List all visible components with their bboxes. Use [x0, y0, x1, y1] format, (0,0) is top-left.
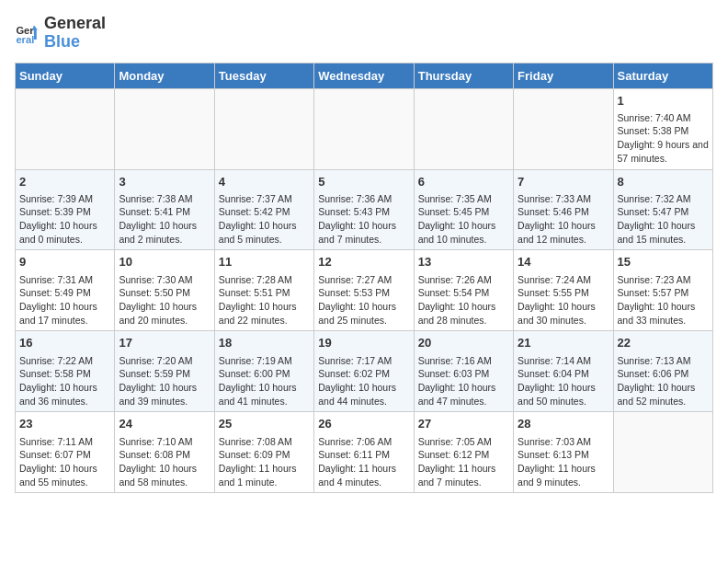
day-header-thursday: Thursday	[414, 63, 513, 88]
calendar-cell: 2Sunrise: 7:39 AMSunset: 5:39 PMDaylight…	[16, 169, 115, 250]
calendar-cell: 12Sunrise: 7:27 AMSunset: 5:53 PMDayligh…	[314, 250, 414, 331]
day-number: 27	[418, 416, 509, 432]
day-header-friday: Friday	[514, 63, 613, 88]
day-info: Sunset: 6:00 PM	[219, 367, 310, 381]
day-info: Daylight: 10 hours and 50 minutes.	[518, 381, 609, 408]
day-number: 1	[618, 93, 709, 109]
day-info: Daylight: 10 hours and 10 minutes.	[418, 219, 509, 246]
logo: Gen eral General Blue	[15, 15, 106, 52]
calendar-cell	[414, 88, 513, 169]
day-info: Sunrise: 7:28 AM	[219, 273, 310, 287]
day-info: Daylight: 10 hours and 55 minutes.	[19, 462, 110, 488]
day-info: Sunrise: 7:22 AM	[19, 354, 110, 368]
day-info: Daylight: 11 hours and 1 minute.	[219, 462, 310, 488]
day-info: Sunset: 5:47 PM	[618, 205, 709, 219]
day-info: Daylight: 9 hours and 57 minutes.	[618, 138, 709, 165]
day-number: 8	[618, 174, 709, 190]
day-info: Daylight: 10 hours and 47 minutes.	[418, 381, 509, 408]
calendar-cell: 4Sunrise: 7:37 AMSunset: 5:42 PMDaylight…	[214, 169, 313, 250]
day-number: 12	[318, 254, 409, 270]
day-number: 20	[418, 335, 509, 351]
day-number: 10	[119, 254, 210, 270]
day-number: 4	[219, 174, 310, 190]
day-number: 9	[19, 254, 110, 270]
day-info: Sunset: 6:02 PM	[318, 367, 409, 381]
calendar-cell: 27Sunrise: 7:05 AMSunset: 6:12 PMDayligh…	[414, 412, 513, 493]
day-header-sunday: Sunday	[16, 63, 115, 88]
calendar-cell: 25Sunrise: 7:08 AMSunset: 6:09 PMDayligh…	[214, 412, 313, 493]
day-info: Sunrise: 7:03 AM	[518, 435, 609, 449]
day-number: 15	[618, 254, 709, 270]
day-info: Sunrise: 7:20 AM	[119, 354, 210, 368]
day-info: Sunrise: 7:33 AM	[518, 192, 609, 206]
day-info: Sunset: 6:08 PM	[119, 448, 210, 462]
day-info: Sunset: 6:13 PM	[518, 448, 609, 462]
day-info: Daylight: 10 hours and 22 minutes.	[219, 300, 310, 327]
calendar-cell: 10Sunrise: 7:30 AMSunset: 5:50 PMDayligh…	[115, 250, 214, 331]
calendar-cell: 19Sunrise: 7:17 AMSunset: 6:02 PMDayligh…	[314, 331, 414, 412]
day-info: Daylight: 10 hours and 28 minutes.	[418, 300, 509, 327]
calendar-cell	[214, 88, 313, 169]
calendar-week-2: 2Sunrise: 7:39 AMSunset: 5:39 PMDaylight…	[16, 169, 713, 250]
calendar-header-row: SundayMondayTuesdayWednesdayThursdayFrid…	[16, 63, 713, 88]
day-info: Daylight: 10 hours and 15 minutes.	[618, 219, 709, 246]
logo-icon: Gen eral	[15, 20, 40, 46]
day-info: Sunset: 6:03 PM	[418, 367, 509, 381]
day-number: 17	[119, 335, 210, 351]
calendar-cell: 23Sunrise: 7:11 AMSunset: 6:07 PMDayligh…	[16, 412, 115, 493]
calendar-week-4: 16Sunrise: 7:22 AMSunset: 5:58 PMDayligh…	[16, 331, 713, 412]
svg-text:eral: eral	[16, 34, 34, 45]
calendar-cell: 6Sunrise: 7:35 AMSunset: 5:45 PMDaylight…	[414, 169, 513, 250]
day-header-tuesday: Tuesday	[214, 63, 313, 88]
calendar-cell: 1Sunrise: 7:40 AMSunset: 5:38 PMDaylight…	[613, 88, 712, 169]
calendar-body: 1Sunrise: 7:40 AMSunset: 5:38 PMDaylight…	[16, 88, 713, 493]
day-header-monday: Monday	[115, 63, 214, 88]
day-info: Daylight: 10 hours and 12 minutes.	[518, 219, 609, 246]
day-info: Daylight: 10 hours and 17 minutes.	[19, 300, 110, 327]
day-number: 23	[19, 416, 110, 432]
day-info: Sunset: 5:58 PM	[19, 367, 110, 381]
calendar-cell: 5Sunrise: 7:36 AMSunset: 5:43 PMDaylight…	[314, 169, 414, 250]
day-number: 21	[518, 335, 609, 351]
day-info: Daylight: 10 hours and 0 minutes.	[19, 219, 110, 246]
day-info: Daylight: 11 hours and 9 minutes.	[518, 462, 609, 488]
calendar-week-5: 23Sunrise: 7:11 AMSunset: 6:07 PMDayligh…	[16, 412, 713, 493]
calendar-cell: 26Sunrise: 7:06 AMSunset: 6:11 PMDayligh…	[314, 412, 414, 493]
day-info: Sunset: 5:39 PM	[19, 205, 110, 219]
day-info: Sunrise: 7:40 AM	[618, 111, 709, 125]
calendar-cell: 18Sunrise: 7:19 AMSunset: 6:00 PMDayligh…	[214, 331, 313, 412]
day-info: Sunset: 5:59 PM	[119, 367, 210, 381]
day-number: 24	[119, 416, 210, 432]
day-info: Sunset: 6:09 PM	[219, 448, 310, 462]
day-info: Sunrise: 7:16 AM	[418, 354, 509, 368]
day-info: Daylight: 10 hours and 25 minutes.	[318, 300, 409, 327]
calendar-cell: 17Sunrise: 7:20 AMSunset: 5:59 PMDayligh…	[115, 331, 214, 412]
calendar-cell: 14Sunrise: 7:24 AMSunset: 5:55 PMDayligh…	[514, 250, 613, 331]
day-number: 18	[219, 335, 310, 351]
day-number: 22	[618, 335, 709, 351]
calendar-cell: 8Sunrise: 7:32 AMSunset: 5:47 PMDaylight…	[613, 169, 712, 250]
day-info: Sunset: 6:12 PM	[418, 448, 509, 462]
day-info: Sunrise: 7:11 AM	[19, 435, 110, 449]
day-info: Daylight: 10 hours and 33 minutes.	[618, 300, 709, 327]
day-info: Daylight: 10 hours and 52 minutes.	[618, 381, 709, 408]
calendar-cell: 21Sunrise: 7:14 AMSunset: 6:04 PMDayligh…	[514, 331, 613, 412]
day-header-wednesday: Wednesday	[314, 63, 414, 88]
calendar-cell: 7Sunrise: 7:33 AMSunset: 5:46 PMDaylight…	[514, 169, 613, 250]
day-info: Sunrise: 7:23 AM	[618, 273, 709, 287]
day-number: 19	[318, 335, 409, 351]
day-info: Daylight: 10 hours and 7 minutes.	[318, 219, 409, 246]
day-info: Daylight: 10 hours and 5 minutes.	[219, 219, 310, 246]
day-number: 11	[219, 254, 310, 270]
day-info: Sunrise: 7:06 AM	[318, 435, 409, 449]
day-info: Sunset: 5:43 PM	[318, 205, 409, 219]
day-info: Sunrise: 7:17 AM	[318, 354, 409, 368]
day-number: 26	[318, 416, 409, 432]
day-info: Sunrise: 7:31 AM	[19, 273, 110, 287]
day-info: Sunrise: 7:37 AM	[219, 192, 310, 206]
calendar-cell: 13Sunrise: 7:26 AMSunset: 5:54 PMDayligh…	[414, 250, 513, 331]
day-info: Daylight: 11 hours and 7 minutes.	[418, 462, 509, 488]
day-info: Sunset: 5:51 PM	[219, 286, 310, 300]
day-info: Sunrise: 7:05 AM	[418, 435, 509, 449]
page-header: Gen eral General Blue	[15, 15, 713, 52]
